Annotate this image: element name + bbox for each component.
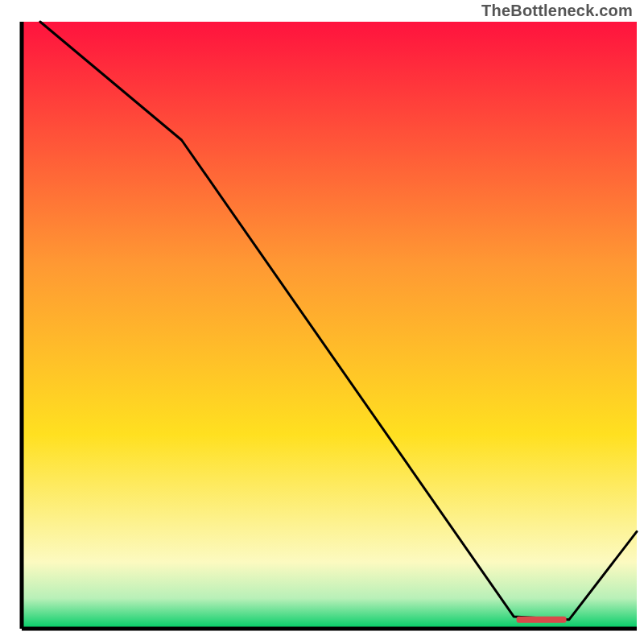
plot-background [22,22,637,629]
chart-container: { "attribution": "TheBottleneck.com", "c… [0,0,644,644]
chart-svg [0,0,644,644]
optimum-marker [517,617,567,623]
